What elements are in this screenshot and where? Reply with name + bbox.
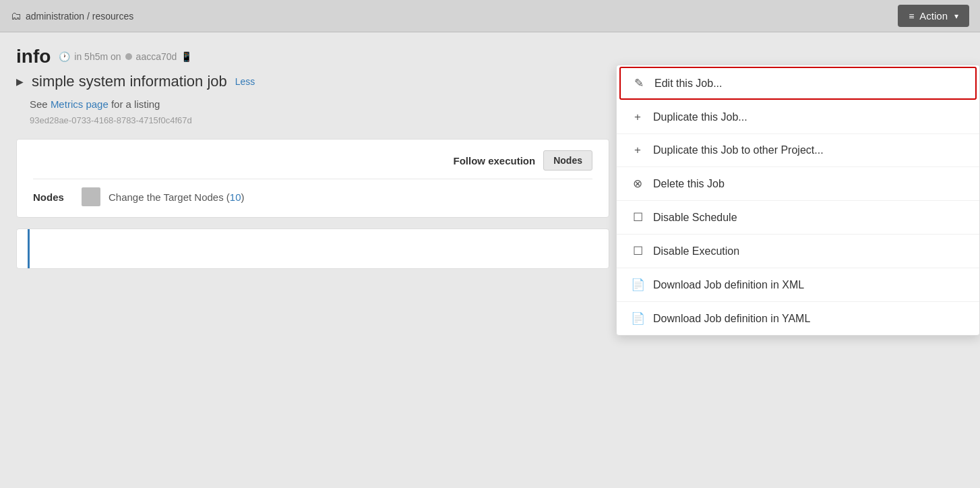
menu-item-edit-job[interactable]: ✎Edit this Job... (619, 67, 977, 100)
delete-job-icon: ⊗ (630, 177, 645, 191)
duplicate-job-project-icon: + (630, 144, 645, 157)
nodes-change-text: Change the Target Nodes (10) (109, 191, 245, 203)
description-suffix: for a listing (111, 98, 160, 110)
menu-item-duplicate-job[interactable]: +Duplicate this Job... (617, 101, 979, 134)
menu-item-disable-schedule[interactable]: ☐Disable Schedule (617, 201, 979, 235)
node-status-dot (125, 53, 132, 60)
menu-item-download-xml[interactable]: 📄Download Job definition in XML (617, 268, 979, 302)
download-yaml-label: Download Job definition in YAML (653, 313, 810, 325)
download-xml-label: Download Job definition in XML (653, 279, 804, 291)
action-button[interactable]: ≡ Action ▾ (898, 5, 969, 27)
disable-execution-label: Disable Execution (653, 245, 739, 257)
follow-execution-label: Follow execution (454, 155, 536, 166)
breadcrumb: 🗂 administration / resources (11, 10, 133, 22)
phone-icon: 📱 (181, 51, 192, 62)
duplicate-job-project-label: Duplicate this Job to other Project... (653, 144, 824, 156)
action-button-label: Action (919, 10, 948, 22)
action-menu-icon: ≡ (909, 11, 914, 22)
execution-box: Follow execution Nodes Nodes Change the … (16, 139, 609, 218)
menu-item-delete-job[interactable]: ⊗Delete this Job (617, 167, 979, 201)
nodes-button[interactable]: Nodes (543, 150, 592, 171)
menu-item-download-yaml[interactable]: 📄Download Job definition in YAML (617, 302, 979, 335)
less-link[interactable]: Less (235, 76, 255, 87)
execution-header: Follow execution Nodes (33, 150, 592, 179)
page-title: info (16, 46, 51, 67)
disable-schedule-icon: ☐ (630, 210, 645, 224)
edit-job-label: Edit this Job... (654, 78, 723, 90)
top-bar: 🗂 administration / resources ≡ Action ▾ (0, 0, 980, 32)
main-content: info 🕐 in 5h5m on aacca70d 📱 ▶ simple sy… (0, 32, 980, 282)
description-prefix: See (30, 98, 48, 110)
job-name: simple system information job (32, 73, 227, 90)
delete-job-label: Delete this Job (653, 178, 725, 190)
node-id: aacca70d (136, 51, 177, 62)
action-dropdown-menu: ✎Edit this Job...+Duplicate this Job...+… (616, 65, 980, 336)
download-yaml-icon: 📄 (630, 311, 645, 326)
duplicate-job-icon: + (630, 111, 645, 124)
download-xml-icon: 📄 (630, 278, 645, 292)
disable-execution-icon: ☐ (630, 244, 645, 258)
bottom-partial-box (16, 228, 609, 269)
triangle-icon: ▶ (16, 76, 24, 87)
time-label: in 5h5m on (74, 51, 121, 62)
nodes-count[interactable]: 10 (230, 191, 241, 203)
disable-schedule-label: Disable Schedule (653, 212, 737, 224)
duplicate-job-label: Duplicate this Job... (653, 111, 747, 123)
change-text-suffix: ) (241, 191, 245, 203)
nodes-color-box (82, 187, 100, 206)
breadcrumb-text: administration / resources (26, 11, 133, 22)
clock-icon: 🕐 (59, 51, 70, 62)
nodes-label: Nodes (33, 191, 73, 203)
info-meta: 🕐 in 5h5m on aacca70d 📱 (59, 51, 192, 62)
edit-job-icon: ✎ (632, 76, 646, 90)
nodes-row: Nodes Change the Target Nodes (10) (33, 187, 592, 206)
menu-item-duplicate-job-project[interactable]: +Duplicate this Job to other Project... (617, 134, 979, 167)
change-text-prefix: Change the Target Nodes ( (109, 191, 230, 203)
chevron-down-icon: ▾ (954, 11, 958, 21)
metrics-page-link[interactable]: Metrics page (51, 98, 109, 110)
folder-icon: 🗂 (11, 10, 22, 22)
menu-item-disable-execution[interactable]: ☐Disable Execution (617, 235, 979, 268)
